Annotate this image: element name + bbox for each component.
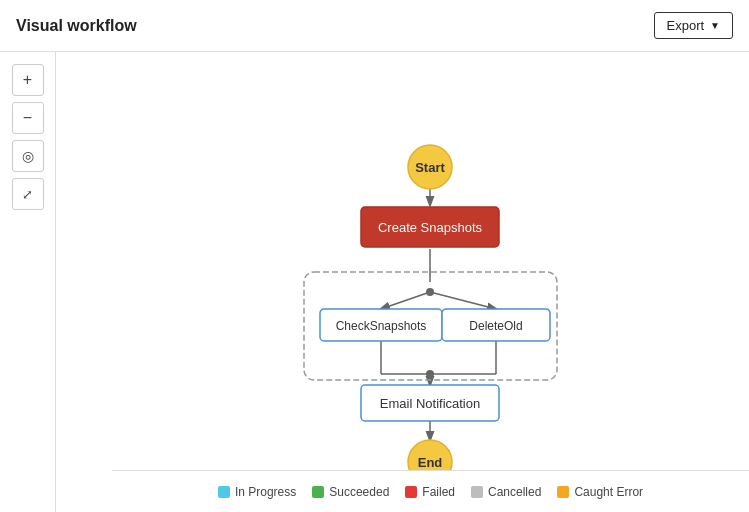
main-area: + − ◎ ⤢	[0, 52, 749, 512]
legend-succeeded: Succeeded	[312, 485, 389, 499]
legend-caught-error: Caught Error	[557, 485, 643, 499]
check-snapshots-label: CheckSnapshots	[336, 319, 427, 333]
export-button[interactable]: Export ▼	[654, 12, 733, 39]
create-snapshots-label: Create Snapshots	[378, 220, 483, 235]
workflow-diagram: Start Create Snapshots CheckSnapshots De…	[56, 52, 749, 512]
in-progress-label: In Progress	[235, 485, 296, 499]
start-label: Start	[415, 160, 445, 175]
export-label: Export	[667, 18, 705, 33]
caught-error-label: Caught Error	[574, 485, 643, 499]
zoom-out-button[interactable]: −	[12, 102, 44, 134]
zoom-in-icon: +	[23, 71, 32, 89]
fit-view-button[interactable]: ⤢	[12, 178, 44, 210]
delete-old-label: DeleteOld	[469, 319, 522, 333]
caught-error-dot	[557, 486, 569, 498]
toolbar: + − ◎ ⤢	[0, 52, 56, 512]
svg-line-3	[430, 292, 496, 309]
succeeded-label: Succeeded	[329, 485, 389, 499]
page-title: Visual workflow	[16, 17, 137, 35]
legend-bar: In Progress Succeeded Failed Cancelled C…	[112, 470, 749, 512]
svg-line-2	[381, 292, 430, 309]
legend-failed: Failed	[405, 485, 455, 499]
header: Visual workflow Export ▼	[0, 0, 749, 52]
page-container: Visual workflow Export ▼ + − ◎ ⤢	[0, 0, 749, 512]
cancelled-label: Cancelled	[488, 485, 541, 499]
reset-icon: ◎	[22, 148, 34, 164]
succeeded-dot	[312, 486, 324, 498]
end-label: End	[418, 455, 443, 470]
chevron-down-icon: ▼	[710, 20, 720, 31]
in-progress-dot	[218, 486, 230, 498]
fit-icon: ⤢	[22, 187, 33, 202]
legend-cancelled: Cancelled	[471, 485, 541, 499]
failed-label: Failed	[422, 485, 455, 499]
failed-dot	[405, 486, 417, 498]
email-notification-label: Email Notification	[380, 396, 480, 411]
workflow-canvas: Start Create Snapshots CheckSnapshots De…	[56, 52, 749, 512]
cancelled-dot	[471, 486, 483, 498]
split-node	[426, 288, 434, 296]
reset-view-button[interactable]: ◎	[12, 140, 44, 172]
join-node	[426, 370, 434, 378]
zoom-out-icon: −	[23, 109, 32, 127]
zoom-in-button[interactable]: +	[12, 64, 44, 96]
legend-in-progress: In Progress	[218, 485, 296, 499]
